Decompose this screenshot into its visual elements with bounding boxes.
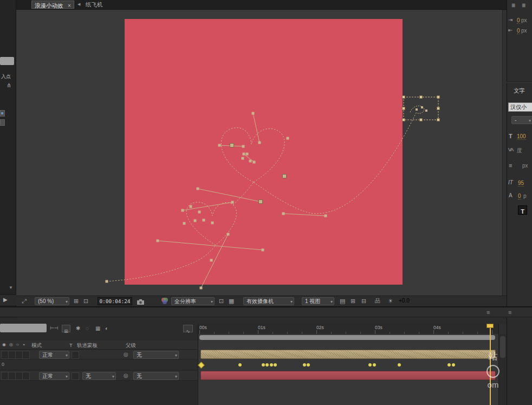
time-ruler[interactable]: 00s01s02s03s04s <box>198 324 498 334</box>
watermark-char: 站 <box>481 350 505 363</box>
font-style-dropdown[interactable]: - <box>511 116 532 124</box>
play-panel-icon[interactable]: ▶ <box>3 297 8 303</box>
ruler-label: 00s <box>199 325 207 330</box>
mini-flowchart-icon: ⊞ <box>64 329 68 334</box>
scroll-down-icon[interactable]: ▼ <box>9 285 13 290</box>
font-size-value[interactable]: 100 <box>517 133 526 140</box>
vertical-scale-value[interactable]: 95 <box>518 180 524 187</box>
parent-dropdown[interactable]: 无 <box>133 372 179 380</box>
exposure-icon[interactable]: ☀ <box>388 297 393 305</box>
character-panel-title[interactable]: 文字 <box>514 87 525 95</box>
faux-bold-button[interactable]: T <box>518 205 527 215</box>
indent-left-value[interactable]: 0 <box>517 17 520 24</box>
draft-3d-icon[interactable]: ✱ <box>76 325 80 331</box>
work-area-bar[interactable] <box>199 335 495 340</box>
timeline-right-strip <box>507 318 532 405</box>
lock-switch-cell[interactable] <box>22 351 30 359</box>
parent-pickwhip-icon[interactable]: ◎ <box>124 372 128 378</box>
left-dock-swatch-1[interactable] <box>0 110 5 117</box>
layer-row-1[interactable]: 正常 ◎ 无 <box>0 350 198 359</box>
grid-options-icon[interactable]: ⊞ <box>74 297 79 305</box>
audio-switch-cell[interactable] <box>8 372 16 380</box>
indent-right-value[interactable]: 0 <box>517 28 520 34</box>
zoom-dropdown[interactable]: (50 %) <box>35 297 69 305</box>
preserve-transparency-header[interactable]: T <box>69 342 73 348</box>
graph-editor-button[interactable]: ∿ <box>183 325 193 332</box>
character-panel: 文字 汉仪小 - T 100 VA 度 ≡ px IT 95 A 0 p T <box>507 82 532 314</box>
view-value: 1 视图 <box>305 298 320 304</box>
trkmat-dropdown[interactable]: 无 <box>82 372 116 380</box>
mode-column-header[interactable]: 模式 <box>31 342 42 349</box>
blend-mode-dropdown[interactable]: 正常 <box>39 351 69 359</box>
layer-bar-solid[interactable] <box>200 371 496 380</box>
parent-pickwhip-icon[interactable]: ◎ <box>124 351 128 357</box>
viewer-toolbar: ⤢ (50 %) ⊞ ⊡ 0:00:04:24 全分辨率 ⊡ ▦ 有效摄像机 1… <box>16 295 507 306</box>
indent-left-icon: ⇥ <box>508 17 512 23</box>
frame-blend-icon[interactable]: ▦ <box>95 325 100 331</box>
target-icon[interactable]: ⊡ <box>83 297 88 305</box>
composition-viewport[interactable] <box>16 10 507 295</box>
solo-switch-cell[interactable] <box>15 372 23 380</box>
region-of-interest-icon[interactable]: ⊡ <box>219 297 224 305</box>
transparency-grid-icon[interactable]: ▦ <box>229 297 234 305</box>
mask-visibility-icon[interactable]: ⊟ <box>361 297 366 305</box>
motion-blur-icon[interactable]: ◐ <box>105 325 108 331</box>
show-channel-color-icon[interactable] <box>160 297 168 307</box>
parent-dropdown[interactable]: 无 <box>133 351 179 359</box>
ruler-label: 02s <box>316 325 324 330</box>
comp-marker-button[interactable] <box>498 324 507 334</box>
parent-value: 无 <box>137 352 142 358</box>
trkmat-value: 无 <box>86 373 91 379</box>
left-dock-swatch-2[interactable] <box>0 119 5 126</box>
baseline-shift-value[interactable]: 0 <box>518 193 521 200</box>
blend-mode-dropdown[interactable]: 正常 <box>39 372 69 380</box>
camera-value: 有效摄像机 <box>246 298 274 304</box>
expand-icon[interactable]: ⤢ <box>22 297 27 305</box>
audio-switch-cell[interactable] <box>8 351 16 359</box>
parent-column-header[interactable]: 父级 <box>126 342 136 349</box>
panel-menu-icon[interactable]: ≡ <box>508 309 511 316</box>
viewport-vscrollbar[interactable] <box>502 10 507 295</box>
font-family-field[interactable]: 汉仪小 <box>508 102 532 112</box>
align-left-icon[interactable]: ≡ <box>511 2 515 9</box>
hide-shy-icon[interactable]: ◌ <box>86 325 89 331</box>
timeline-menu-icon[interactable]: ≡ <box>486 309 490 316</box>
left-dock-field[interactable] <box>0 57 14 65</box>
leading-icon: ≡ <box>509 162 512 169</box>
flowchart-icon[interactable]: 品 <box>375 297 380 305</box>
share-view-icon[interactable]: ▤ <box>340 297 345 305</box>
indent-right-unit: px <box>521 28 527 34</box>
exposure-value[interactable]: +0.0 <box>399 298 410 304</box>
lock-column-icon: ▪ <box>23 342 25 347</box>
mini-flowchart-button[interactable]: ⊞ <box>62 325 70 332</box>
layer-bar-text[interactable] <box>200 350 496 359</box>
align-center-icon[interactable]: ≡ <box>522 2 525 9</box>
tab-close-icon[interactable]: × <box>68 3 71 9</box>
current-time-field[interactable] <box>0 324 47 332</box>
current-time-indicator-grabber[interactable] <box>486 324 494 328</box>
video-switch-cell[interactable] <box>1 372 9 380</box>
layer-row-2[interactable]: 正常 无 ◎ 无 <box>0 371 198 381</box>
tab-composition-inactive[interactable]: 纸飞机 <box>86 1 103 9</box>
tab-composition-active[interactable]: 浪漫小动效 × <box>31 1 74 9</box>
timecode-display[interactable]: 0:00:04:24 <box>98 297 132 305</box>
preserve-transparency-cell[interactable] <box>72 372 79 380</box>
video-switch-cell[interactable] <box>1 351 9 359</box>
view-layout-dropdown[interactable]: 1 视图 <box>302 297 334 305</box>
lock-switch-cell[interactable] <box>22 372 30 380</box>
trkmat-column-header[interactable]: 轨道蒙板 <box>77 342 98 349</box>
timeline-header-strip: ≡ ≡ <box>0 306 532 317</box>
viewer-tab-bar: 浪漫小动效 × ◀ 纸飞机 <box>16 0 507 10</box>
preserve-transparency-cell[interactable] <box>72 351 79 359</box>
resolution-dropdown[interactable]: 全分辨率 <box>171 297 215 305</box>
camera-dropdown[interactable]: 有效摄像机 <box>243 297 294 305</box>
solo-switch-cell[interactable] <box>15 351 23 359</box>
parent-branch-icon[interactable]: ⋔ <box>7 82 11 89</box>
tab-nav-arrow-icon[interactable]: ◀ <box>77 2 80 7</box>
kerning-value[interactable]: 度 <box>517 147 522 155</box>
zoom-value: (50 %) <box>38 298 54 304</box>
composition-canvas[interactable] <box>125 19 403 285</box>
parent-value: 无 <box>137 373 142 379</box>
grid-guides-icon[interactable]: ⊞ <box>351 297 355 305</box>
in-out-icons[interactable]: ⊢⊣ <box>50 325 59 331</box>
